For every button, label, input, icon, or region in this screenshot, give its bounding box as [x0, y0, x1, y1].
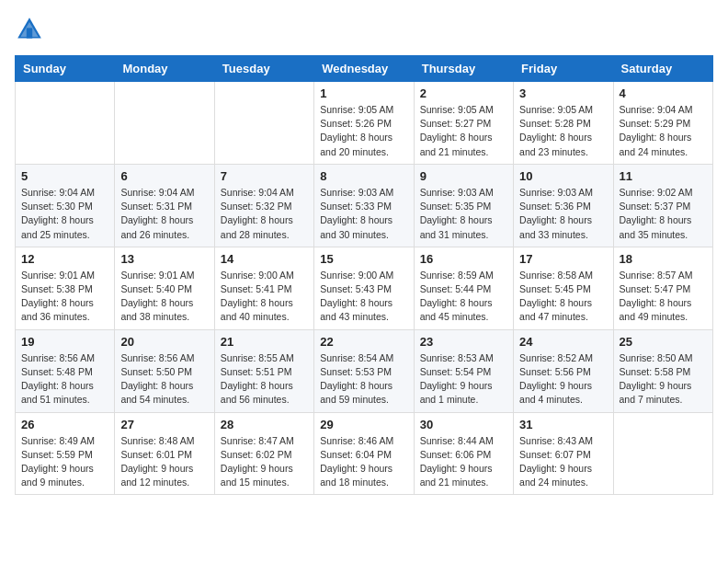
- day-cell: [16, 82, 115, 165]
- day-cell: 23Sunrise: 8:53 AMSunset: 5:54 PMDayligh…: [414, 329, 513, 412]
- day-number: 1: [320, 86, 407, 100]
- day-number: 10: [519, 169, 607, 183]
- day-info: Sunrise: 8:56 AMSunset: 5:48 PMDaylight:…: [21, 351, 108, 408]
- day-number: 15: [320, 252, 407, 266]
- day-info: Sunrise: 8:58 AMSunset: 5:45 PMDaylight:…: [519, 269, 607, 325]
- day-number: 5: [21, 169, 108, 183]
- page-header: [15, 15, 713, 44]
- day-cell: 8Sunrise: 9:03 AMSunset: 5:33 PMDaylight…: [314, 164, 414, 247]
- day-info: Sunrise: 8:59 AMSunset: 5:44 PMDaylight:…: [420, 269, 507, 325]
- week-row-3: 12Sunrise: 9:01 AMSunset: 5:38 PMDayligh…: [16, 247, 713, 329]
- logo-icon: [15, 15, 44, 44]
- day-info: Sunrise: 8:57 AMSunset: 5:47 PMDaylight:…: [620, 269, 707, 325]
- day-info: Sunrise: 9:03 AMSunset: 5:33 PMDaylight:…: [320, 186, 407, 242]
- day-info: Sunrise: 8:47 AMSunset: 6:02 PMDaylight:…: [221, 434, 308, 490]
- day-info: Sunrise: 9:00 AMSunset: 5:41 PMDaylight:…: [221, 269, 308, 325]
- day-info: Sunrise: 9:04 AMSunset: 5:32 PMDaylight:…: [221, 186, 308, 242]
- day-number: 22: [320, 335, 407, 349]
- day-info: Sunrise: 8:54 AMSunset: 5:53 PMDaylight:…: [320, 351, 407, 408]
- day-cell: 6Sunrise: 9:04 AMSunset: 5:31 PMDaylight…: [115, 164, 214, 247]
- day-cell: 12Sunrise: 9:01 AMSunset: 5:38 PMDayligh…: [16, 247, 115, 329]
- day-info: Sunrise: 8:55 AMSunset: 5:51 PMDaylight:…: [221, 351, 308, 408]
- day-info: Sunrise: 9:04 AMSunset: 5:31 PMDaylight:…: [120, 186, 208, 242]
- day-number: 27: [120, 418, 208, 431]
- day-info: Sunrise: 8:43 AMSunset: 6:07 PMDaylight:…: [519, 434, 607, 490]
- day-info: Sunrise: 8:49 AMSunset: 5:59 PMDaylight:…: [21, 434, 108, 490]
- day-cell: 19Sunrise: 8:56 AMSunset: 5:48 PMDayligh…: [16, 329, 115, 412]
- day-cell: 5Sunrise: 9:04 AMSunset: 5:30 PMDaylight…: [16, 164, 115, 247]
- day-cell: 18Sunrise: 8:57 AMSunset: 5:47 PMDayligh…: [613, 247, 712, 329]
- day-cell: 27Sunrise: 8:48 AMSunset: 6:01 PMDayligh…: [115, 412, 214, 495]
- day-number: 24: [519, 335, 607, 349]
- day-cell: 28Sunrise: 8:47 AMSunset: 6:02 PMDayligh…: [214, 412, 313, 495]
- week-row-2: 5Sunrise: 9:04 AMSunset: 5:30 PMDaylight…: [16, 164, 713, 247]
- weekday-header-thursday: Thursday: [414, 56, 513, 82]
- week-row-1: 1Sunrise: 9:05 AMSunset: 5:26 PMDaylight…: [16, 82, 713, 165]
- day-number: 13: [120, 252, 208, 266]
- day-cell: 31Sunrise: 8:43 AMSunset: 6:07 PMDayligh…: [514, 412, 613, 495]
- day-cell: 11Sunrise: 9:02 AMSunset: 5:37 PMDayligh…: [613, 164, 712, 247]
- day-cell: 20Sunrise: 8:56 AMSunset: 5:50 PMDayligh…: [115, 329, 214, 412]
- day-cell: 1Sunrise: 9:05 AMSunset: 5:26 PMDaylight…: [314, 82, 414, 165]
- day-number: 28: [221, 418, 308, 431]
- day-cell: 17Sunrise: 8:58 AMSunset: 5:45 PMDayligh…: [514, 247, 613, 329]
- day-number: 30: [420, 418, 507, 431]
- day-cell: 29Sunrise: 8:46 AMSunset: 6:04 PMDayligh…: [314, 412, 414, 495]
- svg-rect-2: [27, 28, 32, 38]
- day-cell: 7Sunrise: 9:04 AMSunset: 5:32 PMDaylight…: [214, 164, 313, 247]
- day-cell: [214, 82, 313, 165]
- day-info: Sunrise: 8:50 AMSunset: 5:58 PMDaylight:…: [620, 351, 707, 408]
- calendar-table: SundayMondayTuesdayWednesdayThursdayFrid…: [15, 55, 713, 495]
- day-number: 20: [120, 335, 208, 349]
- day-number: 17: [519, 252, 607, 266]
- day-number: 16: [420, 252, 507, 266]
- day-number: 12: [21, 252, 108, 266]
- day-cell: 22Sunrise: 8:54 AMSunset: 5:53 PMDayligh…: [314, 329, 414, 412]
- day-info: Sunrise: 8:44 AMSunset: 6:06 PMDaylight:…: [420, 434, 507, 490]
- day-number: 19: [21, 335, 108, 349]
- week-row-4: 19Sunrise: 8:56 AMSunset: 5:48 PMDayligh…: [16, 329, 713, 412]
- weekday-header-row: SundayMondayTuesdayWednesdayThursdayFrid…: [16, 56, 713, 82]
- day-number: 26: [21, 418, 108, 431]
- day-info: Sunrise: 8:48 AMSunset: 6:01 PMDaylight:…: [120, 434, 208, 490]
- day-cell: 2Sunrise: 9:05 AMSunset: 5:27 PMDaylight…: [414, 82, 513, 165]
- day-number: 18: [620, 252, 707, 266]
- day-info: Sunrise: 9:00 AMSunset: 5:43 PMDaylight:…: [320, 269, 407, 325]
- day-number: 29: [320, 418, 407, 431]
- day-number: 31: [519, 418, 607, 431]
- weekday-header-tuesday: Tuesday: [214, 56, 313, 82]
- day-cell: 13Sunrise: 9:01 AMSunset: 5:40 PMDayligh…: [115, 247, 214, 329]
- day-number: 2: [420, 86, 507, 100]
- logo: [15, 15, 48, 44]
- weekday-header-wednesday: Wednesday: [314, 56, 414, 82]
- day-number: 7: [221, 169, 308, 183]
- day-cell: 15Sunrise: 9:00 AMSunset: 5:43 PMDayligh…: [314, 247, 414, 329]
- day-info: Sunrise: 9:04 AMSunset: 5:29 PMDaylight:…: [620, 103, 707, 159]
- day-cell: 26Sunrise: 8:49 AMSunset: 5:59 PMDayligh…: [16, 412, 115, 495]
- day-cell: [115, 82, 214, 165]
- day-info: Sunrise: 9:01 AMSunset: 5:38 PMDaylight:…: [21, 269, 108, 325]
- day-cell: 9Sunrise: 9:03 AMSunset: 5:35 PMDaylight…: [414, 164, 513, 247]
- weekday-header-friday: Friday: [514, 56, 613, 82]
- day-info: Sunrise: 9:04 AMSunset: 5:30 PMDaylight:…: [21, 186, 108, 242]
- day-info: Sunrise: 9:01 AMSunset: 5:40 PMDaylight:…: [120, 269, 208, 325]
- day-info: Sunrise: 9:05 AMSunset: 5:27 PMDaylight:…: [420, 103, 507, 159]
- day-info: Sunrise: 8:46 AMSunset: 6:04 PMDaylight:…: [320, 434, 407, 490]
- day-cell: 4Sunrise: 9:04 AMSunset: 5:29 PMDaylight…: [613, 82, 712, 165]
- weekday-header-sunday: Sunday: [16, 56, 115, 82]
- day-number: 21: [221, 335, 308, 349]
- day-info: Sunrise: 9:03 AMSunset: 5:35 PMDaylight:…: [420, 186, 507, 242]
- day-number: 23: [420, 335, 507, 349]
- day-cell: 30Sunrise: 8:44 AMSunset: 6:06 PMDayligh…: [414, 412, 513, 495]
- day-info: Sunrise: 9:05 AMSunset: 5:26 PMDaylight:…: [320, 103, 407, 159]
- day-info: Sunrise: 8:52 AMSunset: 5:56 PMDaylight:…: [519, 351, 607, 408]
- day-number: 8: [320, 169, 407, 183]
- day-number: 14: [221, 252, 308, 266]
- day-number: 25: [620, 335, 707, 349]
- day-number: 3: [519, 86, 607, 100]
- day-info: Sunrise: 8:53 AMSunset: 5:54 PMDaylight:…: [420, 351, 507, 408]
- day-info: Sunrise: 8:56 AMSunset: 5:50 PMDaylight:…: [120, 351, 208, 408]
- day-cell: [613, 412, 712, 495]
- day-number: 9: [420, 169, 507, 183]
- day-cell: 10Sunrise: 9:03 AMSunset: 5:36 PMDayligh…: [514, 164, 613, 247]
